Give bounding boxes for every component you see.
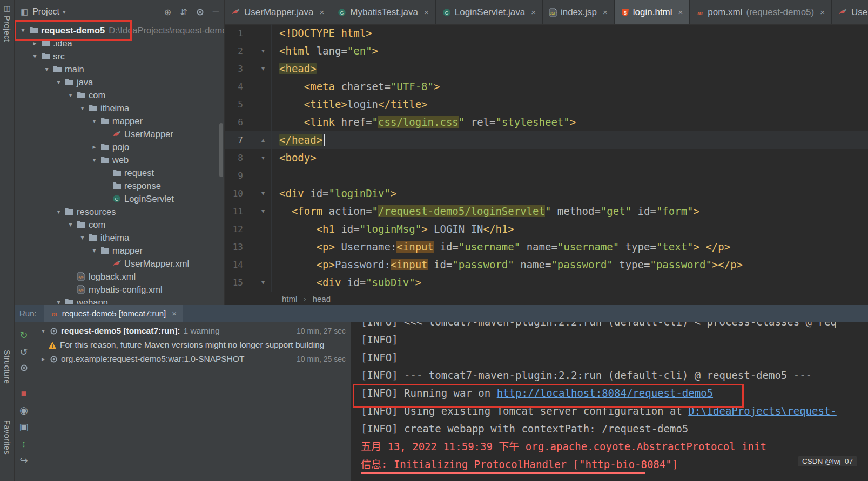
fold-marker-icon[interactable]: ▾ xyxy=(243,42,271,60)
chevron-right-icon[interactable]: ▸ xyxy=(39,355,48,363)
run-tree-item[interactable]: ▸org.example:request-demo5:war:1.0-SNAPS… xyxy=(33,352,351,366)
rerun-failed-button[interactable]: ↺ xyxy=(19,347,28,357)
console-output[interactable]: [INFO] <<< tomcat7-maven-plugin:2.2:run … xyxy=(351,322,868,481)
chevron-down-icon[interactable]: ▾ xyxy=(78,234,87,241)
code-line-13[interactable]: 13 <p> Username:<input id="username" nam… xyxy=(225,238,868,256)
project-tree-item[interactable]: ▾main xyxy=(14,63,224,76)
screenshot-button[interactable]: ▣ xyxy=(19,422,28,432)
locate-file-icon[interactable]: ⊕ xyxy=(164,7,171,17)
code-line-1[interactable]: 1<!DOCTYPE html> xyxy=(225,24,868,42)
project-tree-item[interactable]: CLoginServlet xyxy=(14,192,224,205)
chevron-down-icon[interactable]: ▾ xyxy=(66,91,75,99)
chevron-down-icon[interactable]: ▾ xyxy=(18,26,28,34)
project-tree-item[interactable]: ▾itheima xyxy=(14,231,224,244)
gc-button[interactable]: ↕ xyxy=(22,439,26,449)
chevron-right-icon[interactable]: ▸ xyxy=(30,39,39,47)
project-tree-item[interactable]: response xyxy=(14,179,224,192)
code-line-8[interactable]: 8▾<body> xyxy=(225,149,868,167)
editor-tab[interactable]: CMybatisTest.java× xyxy=(331,0,435,24)
project-tree-item[interactable]: ▾web xyxy=(14,153,224,166)
fold-marker-icon[interactable]: ▾ xyxy=(243,202,271,220)
chevron-down-icon[interactable]: ▾ xyxy=(39,327,48,335)
project-tree-item[interactable]: </>logback.xml xyxy=(14,270,224,283)
close-icon[interactable]: × xyxy=(424,8,429,17)
chevron-down-icon[interactable]: ▾ xyxy=(30,52,39,60)
tool-stripe-project-button[interactable]: ◫ Project xyxy=(0,4,14,42)
editor-tab[interactable]: JSPindex.jsp× xyxy=(543,0,615,24)
close-icon[interactable]: × xyxy=(320,8,325,17)
chevron-down-icon[interactable]: ▾ xyxy=(90,117,99,125)
project-scrollbar[interactable] xyxy=(219,123,223,177)
code-line-2[interactable]: 2▾<html lang="en"> xyxy=(225,42,868,60)
project-tree-item[interactable]: ▾com xyxy=(14,218,224,231)
project-tree-item[interactable]: ▾com xyxy=(14,89,224,101)
code-line-3[interactable]: 3▾<head> xyxy=(225,60,868,78)
fold-marker-icon[interactable]: ▾ xyxy=(243,149,271,167)
project-tree-item[interactable]: UserMapper xyxy=(14,127,224,140)
fold-marker-icon[interactable]: ▾ xyxy=(243,274,271,292)
code-line-15[interactable]: 15▾ <div id="subDiv"> xyxy=(225,274,868,292)
console-link[interactable]: D:\IdeaProjects\request- xyxy=(688,405,837,417)
hide-panel-icon[interactable]: ─ xyxy=(213,7,219,17)
collapse-all-icon[interactable]: ⇵ xyxy=(180,7,187,17)
fold-marker-icon[interactable]: ▾ xyxy=(243,60,271,78)
exit-button[interactable]: ↪ xyxy=(19,456,28,465)
code-editor[interactable]: 1<!DOCTYPE html>2▾<html lang="en">3▾<hea… xyxy=(225,24,868,292)
breadcrumb-item[interactable]: html xyxy=(282,294,297,303)
code-line-12[interactable]: 12 <h1 id="loginMsg"> LOGIN IN</h1> xyxy=(225,220,868,238)
settings-button[interactable] xyxy=(20,364,28,372)
run-tab[interactable]: m request-demo5 [tomcat7:run] × xyxy=(44,305,183,322)
monitor-button[interactable]: ◉ xyxy=(19,405,28,415)
chevron-right-icon[interactable]: ▸ xyxy=(90,143,99,151)
breadcrumb-item[interactable]: head xyxy=(313,294,331,303)
settings-gear-icon[interactable] xyxy=(196,8,204,16)
fold-marker-icon[interactable]: ▴ xyxy=(243,131,271,149)
close-icon[interactable]: × xyxy=(172,309,177,318)
close-icon[interactable]: × xyxy=(678,8,683,17)
run-tree-item[interactable]: ▾request-demo5 [tomcat7:run]:1 warning10… xyxy=(33,324,351,338)
project-tree-item[interactable]: ▸pojo xyxy=(14,140,224,153)
code-line-4[interactable]: 4 <meta charset="UTF-8"> xyxy=(225,78,868,96)
project-tree-item[interactable]: ▾java xyxy=(14,76,224,89)
console-link[interactable]: http://localhost:8084/request-demo5 xyxy=(497,387,713,399)
chevron-down-icon[interactable]: ▾ xyxy=(78,104,87,112)
chevron-down-icon[interactable]: ▾ xyxy=(54,299,63,304)
editor-tab[interactable]: CLoginServlet.java× xyxy=(436,0,543,24)
editor-tab[interactable]: 5login.html× xyxy=(615,0,690,24)
project-tree-item[interactable]: ▾resources xyxy=(14,205,224,218)
code-line-9[interactable]: 9 xyxy=(225,167,868,185)
code-line-14[interactable]: 14 <p>Password:<input id="password" name… xyxy=(225,256,868,274)
chevron-down-icon[interactable]: ▾ xyxy=(42,65,51,73)
code-line-7[interactable]: 7▴</head> xyxy=(225,131,868,149)
tool-stripe-structure-button[interactable]: Structure xyxy=(0,350,14,384)
close-icon[interactable]: × xyxy=(603,8,608,17)
chevron-down-icon[interactable]: ▾ xyxy=(54,208,63,215)
project-tree-item[interactable]: ▾src xyxy=(14,50,224,63)
editor-tab[interactable]: UserMapper.java× xyxy=(225,0,331,24)
project-tree-item[interactable]: UserMapper.xml xyxy=(14,257,224,270)
project-tree-item[interactable]: ▾request-demo5D:\IdeaProjects\request-de… xyxy=(14,24,224,37)
chevron-down-icon[interactable]: ▾ xyxy=(90,247,99,254)
rerun-button[interactable]: ↻ xyxy=(19,330,28,340)
tool-stripe-favorites-button[interactable]: Favorites xyxy=(0,420,14,455)
close-icon[interactable]: × xyxy=(820,8,825,17)
project-tree-item[interactable]: </>mybatis-config.xml xyxy=(14,283,224,296)
code-line-10[interactable]: 10▾<div id="loginDiv"> xyxy=(225,185,868,202)
code-line-6[interactable]: 6 <link href="css/login.css" rel="styles… xyxy=(225,113,868,131)
project-tree-item[interactable]: ▾webapp xyxy=(14,296,224,304)
project-tree-item[interactable]: ▾mapper xyxy=(14,114,224,127)
chevron-down-icon[interactable]: ▾ xyxy=(66,221,75,228)
project-tree-item[interactable]: ▾itheima xyxy=(14,101,224,114)
project-view-selector[interactable]: Project xyxy=(32,7,59,17)
code-line-11[interactable]: 11▾ <form action="/request-demo5/loginSe… xyxy=(225,202,868,220)
chevron-down-icon[interactable]: ▾ xyxy=(90,156,99,164)
project-tree-item[interactable]: ▸.idea xyxy=(14,37,224,50)
fold-marker-icon[interactable]: ▾ xyxy=(243,185,271,202)
chevron-down-icon[interactable]: ▾ xyxy=(54,78,63,86)
project-tree-item[interactable]: ▾mapper xyxy=(14,244,224,257)
close-icon[interactable]: × xyxy=(531,8,536,17)
project-tree-item[interactable]: request xyxy=(14,166,224,179)
run-tree-item[interactable]: For this reason, future Maven versions m… xyxy=(33,338,351,352)
chevron-down-icon[interactable]: ▾ xyxy=(63,9,66,16)
stop-button[interactable]: ■ xyxy=(21,389,27,398)
